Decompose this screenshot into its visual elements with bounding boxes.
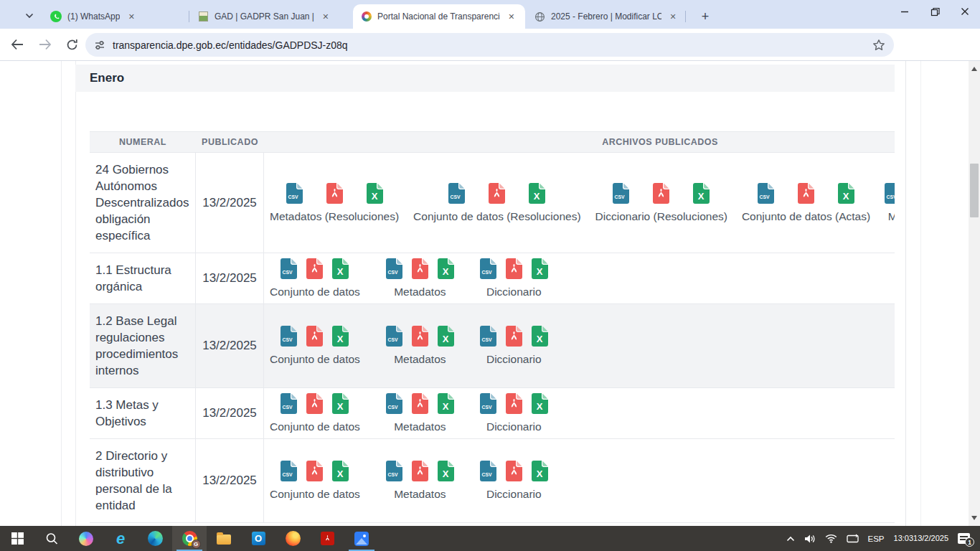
pdf-file-icon[interactable] [506,326,522,347]
csv-file-icon[interactable]: CSV [480,461,496,481]
xls-file-icon[interactable]: X [438,461,454,481]
pdf-file-icon[interactable] [306,461,323,481]
tab-search-chevron-icon[interactable] [20,9,39,23]
file-group-label[interactable]: Conjunto de datos [270,488,360,501]
taskbar-photos-icon[interactable] [344,526,379,551]
csv-file-icon[interactable]: CSV [885,183,895,204]
month-section-header[interactable]: Enero [75,65,895,92]
csv-file-icon[interactable]: CSV [281,326,297,347]
back-icon[interactable] [6,33,29,56]
tab-close-icon[interactable]: ✕ [667,11,679,22]
file-group-label[interactable]: Diccionario [486,488,542,501]
xls-file-icon[interactable]: X [838,183,854,204]
xls-file-icon[interactable]: X [529,183,545,204]
file-group-label[interactable]: Metadatos [394,353,446,366]
taskbar-acrobat-icon[interactable] [310,526,344,551]
display-cast-icon[interactable] [847,534,859,544]
xls-file-icon[interactable]: X [532,258,548,279]
forward-icon[interactable] [33,33,56,56]
pdf-file-icon[interactable] [506,258,522,279]
url-text[interactable]: transparencia.dpe.gob.ec/entidades/GADPD… [113,39,872,51]
csv-file-icon[interactable]: CSV [480,326,496,347]
xls-file-icon[interactable]: X [367,183,383,204]
pdf-file-icon[interactable] [489,183,505,204]
file-group-label[interactable]: Conjunto de datos (Resoluciones) [413,210,581,223]
csv-file-icon[interactable]: CSV [480,258,496,279]
file-group-label[interactable]: Diccionario (Resoluciones) [595,210,727,223]
pdf-file-icon[interactable] [306,393,323,414]
taskbar-explorer-icon[interactable] [207,526,241,551]
pdf-file-icon[interactable] [412,326,428,347]
address-bar[interactable]: transparencia.dpe.gob.ec/entidades/GADPD… [85,33,894,57]
csv-file-icon[interactable]: CSV [386,258,402,279]
window-close-button[interactable] [950,0,980,23]
file-group-label[interactable]: Diccionario [486,286,542,298]
pdf-file-icon[interactable] [506,393,522,414]
pdf-file-icon[interactable] [412,393,428,414]
file-group-label[interactable]: Metadatos (Actas) [888,210,895,223]
taskbar-clock[interactable]: 13:03 13/2/2025 [894,534,948,543]
tray-chevron-up-icon[interactable] [786,536,795,542]
csv-file-icon[interactable]: CSV [281,258,297,279]
xls-file-icon[interactable]: X [693,183,710,204]
file-group-label[interactable]: Conjunto de datos [270,353,360,366]
tab-close-icon[interactable]: ✕ [506,11,517,22]
csv-file-icon[interactable]: CSV [286,183,303,204]
file-group-label[interactable]: Conjunto de datos [270,420,360,433]
window-restore-button[interactable] [920,0,950,23]
csv-file-icon[interactable]: CSV [386,393,402,414]
csv-file-icon[interactable]: CSV [386,326,402,347]
file-group-label[interactable]: Diccionario [486,420,542,433]
wifi-icon[interactable] [825,534,837,543]
tab-close-icon[interactable]: ✕ [320,11,331,22]
csv-file-icon[interactable]: CSV [758,183,774,204]
xls-file-icon[interactable]: X [438,258,454,279]
taskbar-edge-icon[interactable] [138,526,172,551]
browser-tab-lotaip[interactable]: 2025 - Febrero | Modificar LOTA✕ [525,4,686,29]
csv-file-icon[interactable]: CSV [480,393,496,414]
taskbar-outlook-icon[interactable]: O [241,526,275,551]
scroll-up-icon[interactable] [971,67,977,71]
scroll-down-icon[interactable] [971,516,977,520]
csv-file-icon[interactable]: CSV [281,461,297,481]
site-info-icon[interactable] [94,39,105,51]
pdf-file-icon[interactable] [326,183,343,204]
file-group-label[interactable]: Conjunto de datos [270,286,360,298]
browser-tab-portal[interactable]: Portal Nacional de Transparenci✕ [353,4,525,29]
xls-file-icon[interactable]: X [332,393,349,414]
taskbar-ie-icon[interactable]: e [103,526,138,551]
csv-file-icon[interactable]: CSV [448,183,465,204]
browser-tab-gad[interactable]: GAD | GADPR San Juan |✕ [189,4,353,29]
language-indicator[interactable]: ESP [868,534,885,543]
pdf-file-icon[interactable] [653,183,669,204]
taskbar-search-icon[interactable] [34,526,69,551]
scrollbar-thumb[interactable] [970,164,979,217]
file-group-label[interactable]: Conjunto de datos (Actas) [742,210,870,223]
xls-file-icon[interactable]: X [332,461,349,481]
file-group-label[interactable]: Diccionario [486,353,542,366]
pdf-file-icon[interactable] [506,461,522,481]
pdf-file-icon[interactable] [412,258,428,279]
pdf-file-icon[interactable] [306,326,323,347]
taskbar-start-icon[interactable] [0,526,34,551]
xls-file-icon[interactable]: X [532,393,548,414]
browser-tab-whatsapp[interactable]: (1) WhatsApp✕ [42,4,189,29]
xls-file-icon[interactable]: X [332,326,349,347]
tab-close-icon[interactable]: ✕ [126,11,137,22]
reload-icon[interactable] [60,33,83,56]
xls-file-icon[interactable]: X [532,461,548,481]
file-group-label[interactable]: Metadatos [394,420,446,433]
pdf-file-icon[interactable] [412,461,428,481]
csv-file-icon[interactable]: CSV [281,393,297,414]
taskbar-chrome-icon[interactable]: G [172,526,207,551]
notifications-icon[interactable]: 1 [958,533,970,544]
pdf-file-icon[interactable] [798,183,814,204]
xls-file-icon[interactable]: X [532,326,548,347]
xls-file-icon[interactable]: X [438,326,454,347]
page-scrollbar[interactable] [969,61,980,526]
file-group-label[interactable]: Metadatos [394,488,446,501]
volume-icon[interactable] [804,534,816,544]
taskbar-firefox-icon[interactable] [275,526,310,551]
file-group-label[interactable]: Metadatos [394,286,446,298]
taskbar-copilot-icon[interactable] [69,526,103,551]
